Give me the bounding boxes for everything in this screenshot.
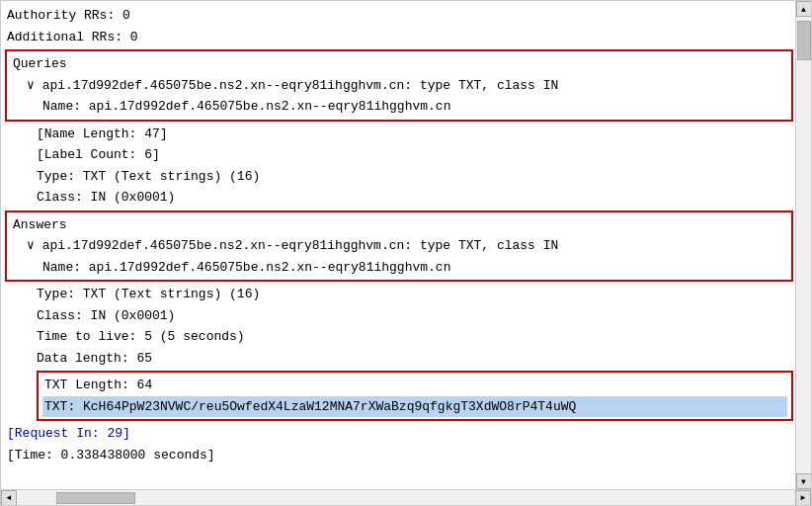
answers-data-length-text: Data length: 65 — [37, 351, 152, 366]
additional-rrs-text: Additional RRs: 0 — [7, 30, 138, 44]
queries-class-text: Class: IN (0x0001) — [37, 190, 175, 205]
queries-name-line: Name: api.17d992def.465075be.ns2.xn--eqr… — [11, 96, 787, 118]
arrow-right-icon: ► — [801, 493, 806, 502]
answers-class-text: Class: IN (0x0001) — [37, 308, 175, 323]
arrow-up-icon: ▲ — [801, 5, 806, 14]
answers-type-text: Type: TXT (Text strings) (16) — [37, 287, 260, 301]
arrow-left-icon: ◄ — [7, 493, 12, 502]
chevron-down-icon: ∨ — [27, 78, 42, 93]
answers-section-box: Answers ∨ api.17d992def.465075be.ns2.xn-… — [5, 211, 793, 283]
main-container: Authority RRs: 0 Additional RRs: 0 Queri… — [0, 0, 812, 506]
time-text: [Time: 0.338438000 seconds] — [7, 448, 215, 463]
txt-length-line: TXT Length: 64 — [42, 375, 787, 396]
queries-entry: ∨ api.17d992def.465075be.ns2.xn--eqry81i… — [11, 75, 787, 97]
answers-name-line: Name: api.17d992def.465075be.ns2.xn--eqr… — [11, 257, 787, 279]
scrollbar-left-button[interactable]: ◄ — [1, 490, 17, 506]
answers-label: Answers — [13, 217, 67, 232]
answers-header: Answers — [11, 214, 787, 236]
scrollbar-up-button[interactable]: ▲ — [796, 1, 812, 17]
chevron-down-icon-answers: ∨ — [27, 238, 42, 253]
queries-type-text: Type: TXT (Text strings) (16) — [37, 169, 260, 184]
content-area: Authority RRs: 0 Additional RRs: 0 Queri… — [1, 1, 811, 489]
queries-class-line: Class: IN (0x0001) — [5, 187, 793, 209]
scrollbar-h-thumb[interactable] — [56, 492, 135, 504]
queries-section-box: Queries ∨ api.17d992def.465075be.ns2.xn-… — [5, 49, 793, 122]
scrollbar-thumb[interactable] — [797, 21, 811, 60]
queries-label: Queries — [13, 56, 67, 71]
queries-label-count-text: [Label Count: 6] — [37, 147, 160, 162]
horizontal-scrollbar[interactable]: ◄ ► — [1, 489, 811, 505]
scrollbar-down-button[interactable]: ▼ — [796, 473, 812, 489]
txt-section-box: TXT Length: 64 TXT: KcH64PpW23NVWC/reu5O… — [37, 371, 793, 421]
additional-rrs-line: Additional RRs: 0 — [5, 27, 793, 48]
queries-header: Queries — [11, 53, 787, 75]
queries-label-count: [Label Count: 6] — [5, 144, 793, 166]
request-in-line: [Request In: 29] — [5, 423, 793, 445]
arrow-down-icon: ▼ — [801, 477, 806, 486]
answers-type-line: Type: TXT (Text strings) (16) — [5, 284, 793, 305]
request-in-text[interactable]: [Request In: 29] — [7, 426, 130, 441]
txt-value-line: TXT: KcH64PpW23NVWC/reu5OwfedX4LzaW12MNA… — [42, 396, 787, 418]
queries-entry-label: api.17d992def.465075be.ns2.xn--eqry81ihg… — [42, 78, 559, 93]
authority-rrs-text: Authority RRs: 0 — [7, 8, 130, 23]
queries-type-line: Type: TXT (Text strings) (16) — [5, 166, 793, 188]
answers-ttl-line: Time to live: 5 (5 seconds) — [5, 326, 793, 348]
txt-length-text: TXT Length: 64 — [44, 378, 152, 392]
answers-name-text: Name: api.17d992def.465075be.ns2.xn--eqr… — [42, 260, 450, 275]
answers-entry: ∨ api.17d992def.465075be.ns2.xn--eqry81i… — [11, 235, 787, 257]
time-line: [Time: 0.338438000 seconds] — [5, 445, 793, 466]
answers-ttl-text: Time to live: 5 (5 seconds) — [37, 329, 245, 344]
queries-name-length-text: [Name Length: 47] — [37, 126, 168, 141]
txt-value-text: TXT: KcH64PpW23NVWC/reu5OwfedX4LzaW12MNA… — [44, 399, 576, 414]
answers-class-line: Class: IN (0x0001) — [5, 305, 793, 327]
scrollbar-right-button[interactable]: ► — [795, 490, 811, 506]
answers-entry-label: api.17d992def.465075be.ns2.xn--eqry81ihg… — [42, 238, 559, 253]
vertical-scrollbar[interactable]: ▲ ▼ — [795, 1, 811, 489]
authority-rrs-line: Authority RRs: 0 — [5, 5, 793, 27]
queries-name-text: Name: api.17d992def.465075be.ns2.xn--eqr… — [42, 99, 450, 114]
answers-data-length-line: Data length: 65 — [5, 348, 793, 370]
queries-name-length: [Name Length: 47] — [5, 124, 793, 145]
